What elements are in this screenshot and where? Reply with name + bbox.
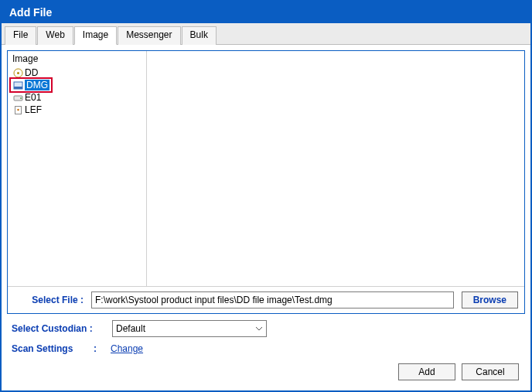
tab-image[interactable]: Image [74, 26, 117, 45]
svg-point-7 [17, 108, 19, 110]
image-item-e01[interactable]: E01 [11, 91, 143, 104]
svg-point-1 [17, 72, 19, 74]
tab-strip: File Web Image Messenger Bulk [2, 23, 530, 45]
title-bar: Add File [2, 2, 530, 23]
select-file-row: Select File : Browse [8, 286, 524, 313]
custodian-value: Default [116, 323, 145, 334]
lower-form: Select Custodian : Default Scan Settings… [7, 319, 525, 354]
image-detail-area [147, 51, 524, 286]
image-item-label: DMG [25, 80, 49, 90]
custodian-label: Select Custodian : [12, 323, 104, 334]
content-area: Image DD DMG [2, 45, 530, 390]
image-item-label: DD [25, 67, 38, 78]
scan-settings-label: Scan Settings [12, 343, 89, 354]
image-panel: Image DD DMG [7, 50, 525, 314]
image-item-lef[interactable]: LEF [11, 104, 143, 116]
image-list-heading: Image [11, 53, 143, 66]
scan-settings-colon: : [94, 343, 97, 354]
browse-button[interactable]: Browse [462, 291, 518, 308]
disc-icon [12, 67, 23, 78]
custodian-row: Select Custodian : Default [12, 320, 520, 337]
tab-file[interactable]: File [5, 26, 36, 45]
svg-point-5 [20, 97, 22, 99]
svg-rect-3 [14, 87, 22, 89]
panel-columns: Image DD DMG [8, 51, 524, 286]
button-bar: Add Cancel [7, 359, 525, 385]
select-file-input[interactable] [91, 291, 454, 308]
image-item-dd[interactable]: DD [11, 66, 143, 79]
image-item-label: LEF [25, 104, 42, 115]
disk-image-icon [12, 80, 23, 90]
select-file-label: Select File : [14, 295, 84, 305]
file-icon [12, 104, 23, 115]
image-item-label: E01 [25, 92, 41, 103]
tab-messenger[interactable]: Messenger [118, 26, 180, 45]
image-item-dmg[interactable]: DMG [11, 79, 143, 91]
change-link[interactable]: Change [111, 343, 143, 354]
add-file-dialog: Add File File Web Image Messenger Bulk I… [0, 0, 532, 392]
cancel-button[interactable]: Cancel [462, 363, 519, 380]
drive-icon [12, 92, 23, 103]
tab-bulk[interactable]: Bulk [182, 26, 217, 45]
custodian-select[interactable]: Default [112, 320, 267, 337]
image-type-list: Image DD DMG [8, 51, 147, 286]
chevron-down-icon [255, 325, 263, 332]
window-title: Add File [9, 6, 52, 19]
scan-settings-row: Scan Settings : Change [12, 343, 520, 354]
tab-web[interactable]: Web [37, 26, 73, 45]
add-button[interactable]: Add [398, 363, 455, 380]
